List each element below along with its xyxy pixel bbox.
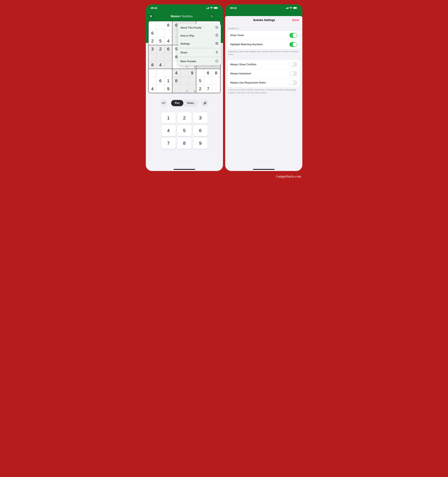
cell-note: 6: [186, 90, 187, 92]
sudoku-cell[interactable]: 5: [156, 37, 165, 45]
toggle-show-conflicts[interactable]: [289, 62, 297, 67]
num-key-1[interactable]: 1: [161, 112, 176, 124]
setting-show-conflicts: Always Show Conflicts: [228, 60, 300, 69]
home-indicator[interactable]: [253, 169, 275, 170]
menu-more-puzzles[interactable]: More Puzzles: [178, 57, 221, 65]
sudoku-cell[interactable]: 9: [188, 69, 196, 77]
sudoku-cell[interactable]: [149, 69, 157, 77]
sudoku-cell[interactable]: [165, 61, 173, 69]
num-key-7[interactable]: 7: [161, 138, 176, 149]
sudoku-cell[interactable]: 9: [165, 85, 173, 93]
toggle-autocheck[interactable]: [289, 71, 297, 76]
sudoku-cell[interactable]: [156, 53, 165, 61]
sudoku-cell[interactable]: 5: [196, 77, 204, 85]
sudoku-cell[interactable]: 6: [149, 29, 157, 37]
sudoku-cell[interactable]: 6: [204, 69, 212, 77]
toggle-highlight-matching[interactable]: [289, 42, 297, 47]
sudoku-cell[interactable]: 1: [165, 77, 173, 85]
num-key-6[interactable]: 6: [193, 125, 207, 136]
svg-rect-22: [297, 8, 297, 8]
sudoku-cell[interactable]: 8: [149, 61, 157, 69]
news-brand: News+: [171, 14, 181, 18]
sudoku-cell[interactable]: 4: [172, 69, 180, 77]
sudoku-cell[interactable]: [165, 53, 173, 61]
sudoku-cell[interactable]: [204, 77, 212, 85]
toggle-show-timer[interactable]: [289, 33, 297, 38]
svg-rect-5: [214, 7, 217, 9]
status-time: 09:41: [151, 7, 157, 10]
num-key-9[interactable]: 9: [193, 138, 207, 149]
status-bar: 09:41: [225, 4, 302, 12]
battery-icon: [293, 7, 297, 10]
menu-share[interactable]: Share: [178, 49, 221, 57]
sudoku-cell[interactable]: 8: [172, 77, 180, 85]
svg-rect-6: [218, 8, 218, 8]
number-pad: 123456789: [161, 112, 208, 149]
sudoku-cell[interactable]: [149, 77, 157, 85]
sudoku-cell[interactable]: [149, 53, 157, 61]
menu-settings[interactable]: Settings: [178, 40, 221, 49]
sudoku-cell[interactable]: [156, 85, 165, 93]
menu-item-label: Share: [180, 51, 187, 54]
more-button[interactable]: •••: [216, 14, 220, 18]
sudoku-cell[interactable]: [172, 85, 180, 93]
menu-howto[interactable]: How to Play: [178, 32, 221, 40]
svg-rect-19: [288, 7, 288, 9]
sudoku-cell[interactable]: [212, 77, 220, 85]
sudoku-cell[interactable]: [180, 77, 188, 85]
sudoku-cell[interactable]: 6: [180, 85, 188, 93]
status-time: 09:41: [230, 7, 237, 10]
sudoku-cell[interactable]: [196, 69, 204, 77]
menu-item-label: More Puzzles: [180, 60, 196, 63]
settings-header: Sudoku Settings Done: [225, 16, 302, 24]
sudoku-cell[interactable]: [165, 29, 173, 37]
close-button[interactable]: [148, 14, 154, 19]
watermark: GadgetHacks.com: [142, 173, 306, 178]
undo-button[interactable]: [160, 99, 167, 107]
sudoku-cell[interactable]: 2: [156, 45, 165, 53]
sudoku-cell[interactable]: 6: [156, 77, 165, 85]
sudoku-cell[interactable]: [156, 69, 165, 77]
sudoku-cell[interactable]: 4: [149, 85, 157, 93]
done-button[interactable]: Done: [292, 18, 299, 22]
num-key-2[interactable]: 2: [177, 112, 191, 124]
sudoku-cell[interactable]: 4: [165, 37, 173, 45]
sudoku-cell[interactable]: 8: [212, 69, 220, 77]
setting-responsive-notes: Always Use Responsive Notes: [228, 78, 300, 87]
sudoku-cell[interactable]: 2: [196, 85, 204, 93]
sudoku-cell[interactable]: 3: [149, 45, 157, 53]
sudoku-cell[interactable]: [156, 21, 165, 29]
home-indicator[interactable]: [174, 169, 195, 170]
sudoku-cell[interactable]: 4: [156, 61, 165, 69]
section-footer: If you turn on Show Conflicts, Autocheck…: [225, 87, 302, 95]
sudoku-cell[interactable]: [149, 21, 157, 29]
sudoku-cell[interactable]: 6: [165, 45, 173, 53]
num-key-4[interactable]: 4: [161, 125, 176, 136]
num-key-5[interactable]: 5: [177, 125, 191, 136]
sudoku-cell[interactable]: [165, 69, 173, 77]
svg-rect-16: [286, 8, 286, 9]
multiplayer-button[interactable]: [209, 14, 214, 19]
svg-rect-21: [293, 7, 296, 9]
sudoku-cell[interactable]: 2: [149, 37, 157, 45]
setting-highlight-matching: Highlight Matching Numbers: [228, 40, 300, 49]
section-footer: Selecting a square will highlight other …: [225, 49, 302, 57]
sudoku-cell[interactable]: 6: [188, 85, 196, 93]
sudoku-cell[interactable]: [188, 77, 196, 85]
num-key-8[interactable]: 8: [177, 138, 191, 149]
sudoku-cell[interactable]: 8: [165, 21, 173, 29]
sudoku-cell[interactable]: [156, 29, 165, 37]
sudoku-cell[interactable]: [212, 85, 220, 93]
toggle-responsive-notes[interactable]: [289, 80, 297, 85]
game-name: Sudoku: [182, 14, 193, 18]
num-key-3[interactable]: 3: [193, 112, 207, 124]
notes-mode[interactable]: Notes: [183, 100, 197, 106]
pen-mode[interactable]: Pen: [171, 100, 183, 106]
menu-about[interactable]: About This Puzzle: [178, 24, 221, 32]
sudoku-cell[interactable]: [180, 69, 188, 77]
setting-autocheck: Always Autocheck: [228, 69, 300, 78]
erase-button[interactable]: [201, 99, 209, 107]
gear-icon: [215, 42, 218, 46]
sudoku-cell[interactable]: 7: [204, 85, 212, 93]
setting-label: Always Autocheck: [230, 72, 251, 75]
